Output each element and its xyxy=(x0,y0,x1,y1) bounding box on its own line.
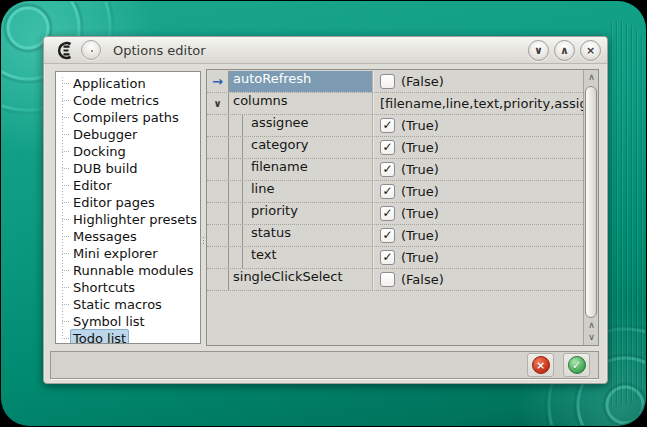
property-value[interactable]: ✓(True) xyxy=(373,159,583,180)
property-value[interactable]: ✓(True) xyxy=(373,203,583,224)
property-row-line: line✓(True) xyxy=(207,181,583,203)
row-gutter xyxy=(207,115,229,136)
minimize-button[interactable]: ∨ xyxy=(528,40,549,61)
maximize-button[interactable]: ∧ xyxy=(554,40,575,61)
tree-branch-icon xyxy=(62,117,69,118)
sidebar-item-dub-build[interactable]: DUB build xyxy=(56,160,200,177)
sidebar-item-highlighter-presets[interactable]: Highlighter presets xyxy=(56,211,200,228)
property-name[interactable]: priority xyxy=(229,203,373,224)
coedit-logo-icon xyxy=(55,41,75,60)
scroll-up-button[interactable]: ∧ xyxy=(584,71,599,84)
property-row-autorefresh: →autoRefresh(False) xyxy=(207,71,583,93)
value-label: (True) xyxy=(401,228,439,243)
tree-branch-icon xyxy=(62,321,69,322)
property-name[interactable]: assignee xyxy=(229,115,373,136)
tree-branch-icon xyxy=(62,287,69,288)
window-menu-button[interactable] xyxy=(81,40,101,60)
value-label: (True) xyxy=(401,184,439,199)
ok-icon: ✓ xyxy=(568,356,586,374)
property-row-filename: filename✓(True) xyxy=(207,159,583,181)
property-value[interactable]: [filename,line,text,priority,assigne xyxy=(373,93,583,114)
checkbox-checked[interactable]: ✓ xyxy=(380,140,395,155)
sidebar-item-debugger[interactable]: Debugger xyxy=(56,126,200,143)
checkbox-checked[interactable]: ✓ xyxy=(380,206,395,221)
property-name[interactable]: autoRefresh xyxy=(229,71,373,92)
value-label: (True) xyxy=(401,162,439,177)
splitter-grip-icon xyxy=(203,237,204,244)
tree-branch-icon xyxy=(62,304,69,305)
property-row-columns: ∨columns[filename,line,text,priority,ass… xyxy=(207,93,583,115)
sidebar-item-todo-list[interactable]: Todo list xyxy=(56,330,200,344)
sidebar-item-symbol-list[interactable]: Symbol list xyxy=(56,313,200,330)
property-value[interactable]: (False) xyxy=(373,269,583,290)
close-button[interactable]: × xyxy=(580,40,601,61)
menu-dot-icon xyxy=(91,50,93,52)
sidebar-item-application[interactable]: Application xyxy=(56,75,200,92)
property-row-singleclickselect: singleClickSelect(False) xyxy=(207,269,583,291)
checkbox-checked[interactable]: ✓ xyxy=(380,162,395,177)
row-gutter: ∨ xyxy=(207,93,229,114)
property-value[interactable]: ✓(True) xyxy=(373,137,583,158)
scroll-down-button[interactable]: ∨ xyxy=(584,331,599,344)
property-name[interactable]: text xyxy=(229,247,373,268)
row-gutter xyxy=(207,181,229,202)
value-label: (True) xyxy=(401,118,439,133)
tree-branch-icon xyxy=(62,270,69,271)
property-row-category: category✓(True) xyxy=(207,137,583,159)
checkbox-checked[interactable]: ✓ xyxy=(380,118,395,133)
sidebar-item-compilers-paths[interactable]: Compilers paths xyxy=(56,109,200,126)
property-name[interactable]: columns xyxy=(229,93,373,114)
titlebar-buttons: ∨ ∧ × xyxy=(528,40,601,61)
property-grid: ∧ ∧ ∨ →autoRefresh(False)∨columns[filena… xyxy=(206,69,599,346)
checkbox-checked[interactable]: ✓ xyxy=(380,184,395,199)
sidebar-item-runnable-modules[interactable]: Runnable modules xyxy=(56,262,200,279)
property-name[interactable]: category xyxy=(229,137,373,158)
sidebar-item-editor-pages[interactable]: Editor pages xyxy=(56,194,200,211)
ok-button[interactable]: ✓ xyxy=(563,353,590,377)
scrollbar-thumb[interactable] xyxy=(585,86,597,318)
sidebar-item-shortcuts[interactable]: Shortcuts xyxy=(56,279,200,296)
checkbox-unchecked[interactable] xyxy=(380,74,395,89)
window-title: Options editor xyxy=(113,43,206,58)
sidebar-item-static-macros[interactable]: Static macros xyxy=(56,296,200,313)
screenshot: Options editor ∨ ∧ × ApplicationCode met… xyxy=(0,0,647,427)
value-label: (False) xyxy=(401,74,444,89)
tree-branch-icon xyxy=(62,236,69,237)
property-value[interactable]: ✓(True) xyxy=(373,225,583,246)
sidebar-item-docking[interactable]: Docking xyxy=(56,143,200,160)
sidebar-item-messages[interactable]: Messages xyxy=(56,228,200,245)
value-label: (True) xyxy=(401,206,439,221)
sidebar-item-editor[interactable]: Editor xyxy=(56,177,200,194)
tree-branch-icon xyxy=(62,185,69,186)
property-name[interactable]: singleClickSelect xyxy=(229,269,373,290)
value-label: (True) xyxy=(401,140,439,155)
titlebar[interactable]: Options editor ∨ ∧ × xyxy=(44,37,607,64)
sidebar-item-label: Todo list xyxy=(70,329,129,344)
row-gutter xyxy=(207,269,229,290)
property-row-priority: priority✓(True) xyxy=(207,203,583,225)
collapse-chevron-icon[interactable]: ∨ xyxy=(213,99,221,109)
checkbox-checked[interactable]: ✓ xyxy=(380,228,395,243)
property-value[interactable]: (False) xyxy=(373,71,583,92)
edge-stripe-decoration xyxy=(611,21,645,406)
property-value[interactable]: ✓(True) xyxy=(373,115,583,136)
row-gutter xyxy=(207,137,229,158)
checkbox-checked[interactable]: ✓ xyxy=(380,250,395,265)
row-gutter xyxy=(207,247,229,268)
row-gutter xyxy=(207,203,229,224)
tree-branch-icon xyxy=(62,338,69,339)
property-name[interactable]: status xyxy=(229,225,373,246)
grid-scrollbar[interactable]: ∧ ∧ ∨ xyxy=(583,70,598,345)
property-name[interactable]: line xyxy=(229,181,373,202)
property-value[interactable]: ✓(True) xyxy=(373,247,583,268)
cancel-icon: × xyxy=(532,356,550,374)
property-name[interactable]: filename xyxy=(229,159,373,180)
sidebar-item-code-metrics[interactable]: Code metrics xyxy=(56,92,200,109)
selected-row-arrow-icon: → xyxy=(212,75,223,88)
property-value[interactable]: ✓(True) xyxy=(373,181,583,202)
checkbox-unchecked[interactable] xyxy=(380,272,395,287)
row-gutter xyxy=(207,225,229,246)
sidebar-item-mini-explorer[interactable]: Mini explorer xyxy=(56,245,200,262)
footer-bar: × ✓ xyxy=(50,351,599,379)
cancel-button[interactable]: × xyxy=(527,353,554,377)
